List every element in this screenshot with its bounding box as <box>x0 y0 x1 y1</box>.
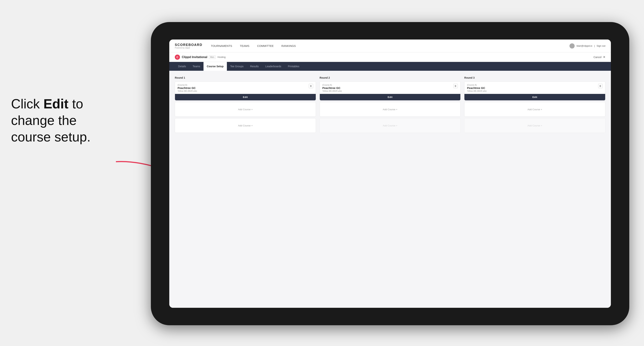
round-1-add-course-2[interactable]: Add Course + <box>175 118 316 133</box>
tablet-screen: SCOREBOARD Powered by clippd TOURNAMENTS… <box>169 39 611 308</box>
nav-separator: | <box>594 44 595 47</box>
round-2-course-details: Yellow (M) (6629 yds) <box>322 90 342 92</box>
round-3-title: Round 3 <box>464 76 605 79</box>
round-3-add-course-1[interactable]: Add Course + <box>464 102 605 117</box>
round-1-column: Round 1 (Course A) Peachtree GC Yellow (… <box>175 76 316 134</box>
round-1-add-label-1: Add Course + <box>238 108 253 111</box>
round-2-add-course-1[interactable]: Add Course + <box>320 102 461 117</box>
user-email: blair@clippd.io <box>576 44 592 47</box>
nav-right: blair@clippd.io | Sign out <box>570 43 605 48</box>
round-1-delete-button[interactable]: 🗑 <box>309 84 313 88</box>
main-content: Round 1 (Course A) Peachtree GC Yellow (… <box>169 71 611 308</box>
round-2-card-header: (Course A) Peachtree GC Yellow (M) (6629… <box>320 82 460 94</box>
round-3-card-header: (Course A) Peachtree GC Yellow (M) (6629… <box>464 82 605 94</box>
round-3-course-name: Peachtree GC <box>467 86 486 89</box>
instruction-bold: Edit <box>44 96 68 111</box>
cancel-button[interactable]: Cancel <box>594 56 602 59</box>
sub-header: C Clippd Invitational Men Hosting Cancel… <box>169 52 611 62</box>
tournament-badge: Men <box>209 55 216 59</box>
nav-tournaments[interactable]: TOURNAMENTS <box>210 43 233 48</box>
top-navigation: SCOREBOARD Powered by clippd TOURNAMENTS… <box>169 39 611 52</box>
round-3-course-card: (Course A) Peachtree GC Yellow (M) (6629… <box>464 81 605 101</box>
tab-leaderboards[interactable]: Leaderboards <box>262 62 284 71</box>
round-3-add-label-2: Add Course + <box>528 124 542 127</box>
nav-committee[interactable]: COMMITTEE <box>256 43 275 48</box>
round-3-edit-button[interactable]: Edit <box>464 94 605 100</box>
close-button[interactable]: ✕ <box>603 55 605 59</box>
tablet-device: SCOREBOARD Powered by clippd TOURNAMENTS… <box>151 22 629 325</box>
round-2-course-name: Peachtree GC <box>322 86 342 89</box>
nav-rankings[interactable]: RANKINGS <box>280 43 297 48</box>
round-1-title: Round 1 <box>175 76 316 79</box>
tournament-title: Clippd Invitational <box>182 55 207 59</box>
round-3-column: Round 3 (Course A) Peachtree GC Yellow (… <box>464 76 605 134</box>
nav-teams[interactable]: TEAMS <box>239 43 250 48</box>
sub-header-actions: Cancel ✕ <box>594 55 605 59</box>
logo-subtitle: Powered by clippd <box>175 47 202 49</box>
logo-title: SCOREBOARD <box>175 43 202 47</box>
round-1-course-card: (Course A) Peachtree GC Yellow (M) (6629… <box>175 81 316 101</box>
round-2-course-label: (Course A) <box>322 84 342 86</box>
round-2-add-label-1: Add Course + <box>383 108 398 111</box>
round-1-course-name: Peachtree GC <box>178 86 197 89</box>
round-3-add-label-1: Add Course + <box>528 108 542 111</box>
round-1-add-course-1[interactable]: Add Course + <box>175 102 316 117</box>
round-2-course-card: (Course A) Peachtree GC Yellow (M) (6629… <box>320 81 461 101</box>
round-2-column: Round 2 (Course A) Peachtree GC Yellow (… <box>320 76 461 134</box>
tab-teams[interactable]: Teams <box>189 62 204 71</box>
round-1-course-label: (Course A) <box>178 84 197 86</box>
round-2-edit-button[interactable]: Edit <box>320 94 460 100</box>
instruction-block: Click Edit tochange thecourse setup. <box>11 96 90 145</box>
round-3-course-label: (Course A) <box>467 84 486 86</box>
rounds-container: Round 1 (Course A) Peachtree GC Yellow (… <box>175 76 605 134</box>
round-1-course-details: Yellow (M) (6629 yds) <box>178 90 197 92</box>
clippd-logo: C <box>175 55 180 60</box>
round-1-course-info: (Course A) Peachtree GC Yellow (M) (6629… <box>178 84 197 94</box>
hosting-label: Hosting <box>218 56 226 58</box>
round-2-delete-button[interactable]: 🗑 <box>454 84 458 88</box>
sign-out-link[interactable]: Sign out <box>596 44 605 47</box>
round-2-add-course-2: Add Course + <box>320 118 461 133</box>
tab-bar: Details Teams Course Setup Tee Groups Re… <box>169 62 611 71</box>
tab-details[interactable]: Details <box>175 62 189 71</box>
nav-items: TOURNAMENTS TEAMS COMMITTEE RANKINGS <box>210 43 570 48</box>
round-2-title: Round 2 <box>320 76 461 79</box>
user-avatar <box>570 43 575 48</box>
round-1-card-header: (Course A) Peachtree GC Yellow (M) (6629… <box>175 82 316 94</box>
round-2-course-info: (Course A) Peachtree GC Yellow (M) (6629… <box>322 84 342 94</box>
round-1-add-label-2: Add Course + <box>238 124 253 127</box>
round-3-add-course-2: Add Course + <box>464 118 605 133</box>
scoreboard-logo: SCOREBOARD Powered by clippd <box>175 43 202 49</box>
round-1-edit-button[interactable]: Edit <box>175 94 316 100</box>
round-2-add-label-2: Add Course + <box>383 124 398 127</box>
round-3-course-info: (Course A) Peachtree GC Yellow (M) (6629… <box>467 84 486 94</box>
tab-tee-groups[interactable]: Tee Groups <box>227 62 247 71</box>
tab-printables[interactable]: Printables <box>285 62 303 71</box>
round-3-delete-button[interactable]: 🗑 <box>598 84 602 88</box>
round-3-course-details: Yellow (M) (6629 yds) <box>467 90 486 92</box>
tab-course-setup[interactable]: Course Setup <box>204 62 227 71</box>
tab-results[interactable]: Results <box>247 62 262 71</box>
